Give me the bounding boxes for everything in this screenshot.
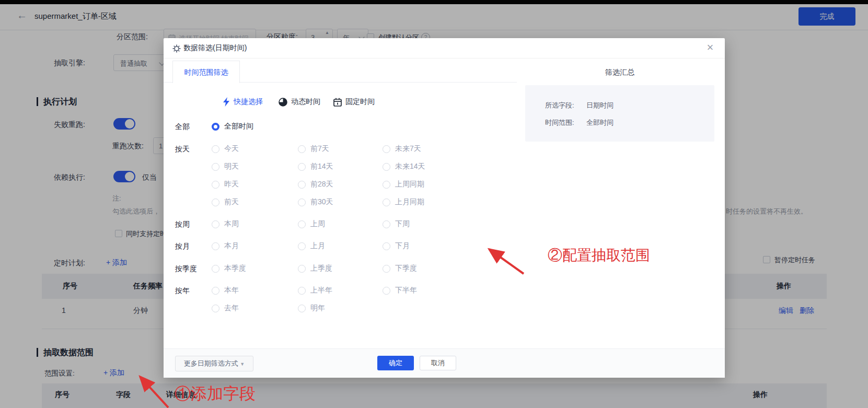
radio-option-label: 上周同期 — [395, 180, 424, 189]
filter-option-row: 去年明年 — [175, 304, 520, 315]
radio-icon — [212, 199, 219, 206]
radio-option-label: 去年 — [224, 304, 239, 313]
radio-option-label: 上季度 — [310, 264, 332, 273]
radio-icon — [383, 242, 390, 250]
radio-option-label: 下月 — [395, 241, 410, 251]
radio-option-label: 本月 — [224, 241, 239, 251]
radio-icon — [383, 181, 390, 189]
tab-time-range-filter[interactable]: 时间范围筛选 — [172, 61, 240, 83]
radio-icon — [212, 220, 219, 228]
radio-option[interactable]: 上月 — [298, 241, 325, 251]
radio-option-label: 全部时间 — [224, 122, 253, 131]
filter-option-row: 按年本年上半年下半年 — [175, 286, 520, 297]
radio-option[interactable]: 前14天 — [298, 162, 333, 171]
caret-down-icon: ▼ — [240, 362, 245, 367]
radio-option-label: 本周 — [224, 219, 239, 229]
summary-field-label: 所选字段: — [545, 101, 574, 110]
radio-option[interactable]: 本月 — [212, 241, 239, 251]
radio-option[interactable]: 未来14天 — [383, 162, 425, 171]
filter-group-label: 按周 — [175, 220, 190, 229]
radio-option[interactable]: 去年 — [212, 304, 239, 313]
radio-option-label: 下半年 — [395, 286, 417, 295]
radio-option[interactable]: 前7天 — [298, 144, 329, 154]
cancel-button[interactable]: 取消 — [420, 356, 456, 370]
radio-icon — [298, 220, 306, 228]
radio-option-label: 前28天 — [310, 180, 333, 189]
radio-icon — [383, 199, 390, 206]
radio-option-label: 今天 — [224, 144, 239, 154]
radio-icon — [383, 265, 390, 273]
radio-option-label: 明年 — [310, 304, 325, 313]
radio-option-label: 上半年 — [310, 286, 332, 295]
radio-option-label: 前7天 — [310, 144, 329, 154]
radio-option-label: 下周 — [395, 219, 410, 229]
radio-option[interactable]: 上周 — [298, 219, 325, 229]
radio-icon — [212, 123, 219, 131]
radio-option[interactable]: 前天 — [212, 197, 239, 207]
radio-option[interactable]: 未来7天 — [383, 144, 421, 154]
filter-option-row: 按周本周上周下周 — [175, 219, 520, 231]
radio-icon — [298, 287, 306, 295]
radio-icon — [298, 181, 306, 189]
filter-option-row: 按天今天前7天未来7天 — [175, 144, 520, 156]
filter-group-label: 按天 — [175, 145, 190, 154]
filter-option-row: 昨天前28天上周同期 — [175, 180, 520, 191]
radio-option-label: 未来7天 — [395, 144, 421, 154]
radio-option[interactable]: 全部时间 — [212, 122, 253, 131]
radio-option-label: 上月同期 — [395, 197, 424, 207]
radio-icon — [298, 265, 306, 273]
radio-option[interactable]: 下半年 — [383, 286, 417, 295]
radio-option[interactable]: 今天 — [212, 144, 239, 154]
ok-button[interactable]: 确定 — [377, 356, 414, 370]
radio-option[interactable]: 上月同期 — [383, 197, 424, 207]
radio-option-label: 未来14天 — [395, 162, 425, 171]
radio-icon — [298, 242, 306, 250]
close-icon[interactable]: × — [703, 40, 717, 55]
summary-range-label: 时间范围: — [545, 118, 574, 127]
filter-option-row: 前天前30天上月同期 — [175, 197, 520, 209]
radio-option-label: 本年 — [224, 286, 239, 295]
summary-range-value: 全部时间 — [586, 118, 614, 127]
radio-icon — [212, 287, 219, 295]
radio-icon — [383, 287, 390, 295]
radio-option[interactable]: 昨天 — [212, 180, 239, 189]
radio-option[interactable]: 前30天 — [298, 197, 333, 207]
annotation-step1: ①添加字段 — [175, 383, 256, 405]
radio-option-label: 昨天 — [224, 180, 239, 189]
radio-icon — [212, 242, 219, 250]
summary-field-value: 日期时间 — [586, 101, 614, 110]
radio-option-label: 前14天 — [310, 162, 333, 171]
annotation-step2: ②配置抽取范围 — [548, 246, 650, 265]
radio-option[interactable]: 上周同期 — [383, 180, 424, 189]
summary-title: 筛选汇总 — [525, 68, 714, 77]
radio-option[interactable]: 明天 — [212, 162, 239, 171]
radio-option[interactable]: 上季度 — [298, 264, 332, 273]
filter-group-label: 按季度 — [175, 264, 197, 274]
radio-icon — [212, 265, 219, 273]
radio-icon — [383, 163, 390, 171]
radio-icon — [383, 220, 390, 228]
radio-option[interactable]: 明年 — [298, 304, 325, 313]
radio-icon — [212, 305, 219, 312]
filter-option-row: 全部全部时间 — [175, 122, 520, 133]
radio-option[interactable]: 本季度 — [212, 264, 246, 273]
filter-group-label: 全部 — [175, 122, 190, 132]
filter-option-row: 按月本月上月下月 — [175, 241, 520, 253]
radio-icon — [212, 181, 219, 189]
radio-option[interactable]: 下周 — [383, 219, 410, 229]
radio-option[interactable]: 本周 — [212, 219, 239, 229]
radio-icon — [298, 305, 306, 312]
radio-option-label: 前30天 — [310, 197, 333, 207]
more-filter-modes-dropdown[interactable]: 更多日期筛选方式 ▼ — [175, 356, 253, 371]
radio-icon — [298, 145, 306, 153]
app-screen: ← supermarket_订单-区域 完成 分区范围: 选择开始时间 结束时间… — [0, 0, 868, 408]
radio-option[interactable]: 本年 — [212, 286, 239, 295]
more-filter-modes-label: 更多日期筛选方式 — [184, 359, 238, 367]
radio-option[interactable]: 上半年 — [298, 286, 332, 295]
radio-option[interactable]: 前28天 — [298, 180, 333, 189]
filter-option-row: 明天前14天未来14天 — [175, 162, 520, 173]
radio-option-label: 本季度 — [224, 264, 246, 273]
radio-icon — [212, 145, 219, 153]
radio-option[interactable]: 下月 — [383, 241, 410, 251]
radio-option[interactable]: 下季度 — [383, 264, 417, 273]
